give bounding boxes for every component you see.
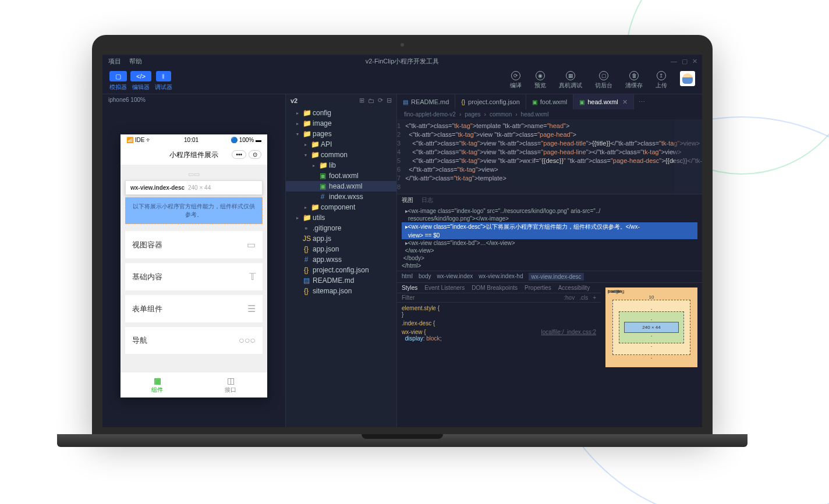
background-button[interactable]: ▢切后台 xyxy=(595,71,612,90)
folder-node[interactable]: ▸📁component xyxy=(286,202,396,212)
folder-node[interactable]: ▾📁pages xyxy=(286,129,396,139)
hov-toggle[interactable]: :hov xyxy=(564,294,575,301)
toolbar: ▢ 模拟器 </> 编辑器 ⫴ 调试器 ⟳编译 ◉预览 ▦真机调试 ▢切后台 🗑… xyxy=(102,68,702,94)
file-node[interactable]: {}sitemap.json xyxy=(286,286,396,296)
dom-node[interactable]: </body> xyxy=(402,254,697,262)
folder-node[interactable]: ▸📁API xyxy=(286,139,396,150)
css-rule[interactable]: element.style {} xyxy=(402,305,596,318)
menu-help[interactable]: 帮助 xyxy=(129,57,142,66)
avatar[interactable] xyxy=(680,71,695,86)
new-folder-icon[interactable]: 🗀 xyxy=(368,97,374,104)
menubar: 项目 帮助 v2-FinClip小程序开发工具 — ▢ ✕ xyxy=(102,55,702,68)
tab-api[interactable]: ◫接口 xyxy=(194,372,267,397)
compile-button[interactable]: ⟳编译 xyxy=(510,71,522,90)
dom-crumb[interactable]: html xyxy=(402,273,413,281)
tab-log[interactable]: 日志 xyxy=(421,196,433,204)
dom-node[interactable]: view> == $0 xyxy=(402,232,697,239)
upload-button[interactable]: ↥上传 xyxy=(656,71,667,90)
device-body[interactable]: ▭▭ wx-view.index-desc240 × 44 以下将展示小程序官方… xyxy=(121,165,267,372)
tab-view[interactable]: 视图 xyxy=(402,196,413,204)
list-item[interactable]: 基础内容𝕋 xyxy=(125,263,263,290)
dom-crumb[interactable]: wx-view.index-hd xyxy=(479,273,523,281)
dom-node[interactable]: </wx-view> xyxy=(402,247,697,254)
css-rules[interactable]: element.style {}.index-desc {</span></di… xyxy=(397,303,601,346)
folder-node[interactable]: ▸📁config xyxy=(286,108,396,118)
dom-node[interactable]: ▸<wx-view class="index-desc">以下将展示小程序官方组… xyxy=(402,222,697,232)
code-editor[interactable]: 12345678 <"tk-attr">class="tk-tag">templ… xyxy=(397,119,702,194)
editor-tab[interactable]: ▣foot.wxml xyxy=(526,94,573,109)
camera-dot xyxy=(401,43,404,47)
list-item[interactable]: 导航○○○ xyxy=(125,327,263,354)
filter-input[interactable] xyxy=(402,294,564,301)
breadcrumb-segment[interactable]: fino-applet-demo-v2 xyxy=(404,111,456,118)
breadcrumb-segment[interactable]: common xyxy=(490,111,512,118)
device-statusbar: 📶 IDE ᯤ 10:01 🔵 100% ▬ xyxy=(121,134,267,145)
new-file-icon[interactable]: ⊞ xyxy=(359,97,364,104)
minimize-icon[interactable]: — xyxy=(671,58,677,65)
editor-tab[interactable]: {}project.config.json xyxy=(455,94,526,109)
logo-placeholder: ▭▭ xyxy=(125,171,263,178)
explorer-header: v2 ⊞ 🗀 ⟳ ⊟ xyxy=(286,94,396,107)
dom-node[interactable]: ▸<wx-image class="index-logo" src="../re… xyxy=(402,207,697,215)
list-item[interactable]: 视图容器▭ xyxy=(125,231,263,258)
refresh-icon[interactable]: ⟳ xyxy=(378,97,383,104)
remote-debug-button[interactable]: ▦真机调试 xyxy=(559,71,582,90)
dom-node[interactable]: ▸<wx-view class="index-bd">…</wx-view> xyxy=(402,239,697,247)
file-node[interactable]: {}app.json xyxy=(286,244,396,254)
collapse-icon[interactable]: ⊟ xyxy=(387,97,392,104)
styles-tab[interactable]: Accessibility xyxy=(558,285,590,291)
styles-tab[interactable]: Properties xyxy=(525,285,551,291)
preview-button[interactable]: ◉预览 xyxy=(534,71,546,90)
folder-node[interactable]: ▸📁utils xyxy=(286,212,396,223)
more-tabs-icon[interactable]: ⋯ xyxy=(634,98,650,106)
styles-filter: :hov .cls + xyxy=(397,293,601,303)
styles-tab[interactable]: Styles xyxy=(402,285,417,291)
folder-node[interactable]: ▸📁lib xyxy=(286,160,396,171)
dom-node[interactable]: resources/kind/logo.png"></wx-image> xyxy=(402,215,697,222)
breadcrumb-segment[interactable]: pages xyxy=(465,111,480,118)
capsule-menu-icon[interactable]: ••• xyxy=(232,150,246,159)
folder-node[interactable]: ▾📁common xyxy=(286,150,396,160)
add-rule-icon[interactable]: + xyxy=(593,294,596,301)
simulator-toggle[interactable]: ▢ xyxy=(109,71,127,81)
dom-crumb[interactable]: wx-view.index xyxy=(437,273,473,281)
dom-breadcrumb: htmlbodywx-view.indexwx-view.index-hdwx-… xyxy=(397,271,702,282)
file-node[interactable]: #index.wxss xyxy=(286,191,396,202)
editor-tab[interactable]: ▣head.wxml✕ xyxy=(573,94,634,109)
signal-icon: 📶 IDE ᯤ xyxy=(126,137,152,143)
tab-component[interactable]: ▦组件 xyxy=(121,372,194,397)
maximize-icon[interactable]: ▢ xyxy=(682,58,688,65)
styles-tab[interactable]: DOM Breakpoints xyxy=(472,285,518,291)
file-node[interactable]: #app.wxss xyxy=(286,254,396,265)
close-tab-icon[interactable]: ✕ xyxy=(622,98,628,106)
css-rule[interactable]: .index-desc {</span></div><div>&nbsp;&nb… xyxy=(402,320,596,326)
file-node[interactable]: JSapp.js xyxy=(286,233,396,244)
css-rule[interactable]: wx-view {localfile:/_index.css:2 display… xyxy=(402,329,596,342)
menu-project[interactable]: 项目 xyxy=(108,57,121,66)
close-icon[interactable]: ✕ xyxy=(692,58,697,65)
file-node[interactable]: ▤README.md xyxy=(286,275,396,286)
file-node[interactable]: {}project.config.json xyxy=(286,265,396,275)
inspected-element[interactable]: 以下将展示小程序官方组件能力，组件样式仅供参考。 xyxy=(125,197,263,224)
cls-toggle[interactable]: .cls xyxy=(579,294,588,301)
file-node[interactable]: ▣foot.wxml xyxy=(286,171,396,181)
editor-toggle[interactable]: </> xyxy=(130,71,151,81)
clear-cache-button[interactable]: 🗑清缓存 xyxy=(625,71,643,90)
dom-crumb[interactable]: body xyxy=(419,273,431,281)
file-node[interactable]: ▣head.wxml xyxy=(286,181,396,191)
folder-node[interactable]: ▸📁image xyxy=(286,118,396,129)
devtools-top-tabs: 视图 日志 xyxy=(397,194,702,206)
editor-tab[interactable]: ▤README.md xyxy=(397,94,455,109)
styles-tab[interactable]: Event Listeners xyxy=(424,285,465,291)
minimap[interactable] xyxy=(674,119,702,194)
dom-node[interactable]: </html> xyxy=(402,262,697,269)
device-header: 小程序组件展示 ••• ⊙ xyxy=(121,145,267,165)
styles-tabs: StylesEvent ListenersDOM BreakpointsProp… xyxy=(397,283,601,293)
dom-tree[interactable]: ▸<wx-image class="index-logo" src="../re… xyxy=(397,206,702,271)
debugger-toggle[interactable]: ⫴ xyxy=(156,71,171,81)
file-node[interactable]: ▫.gitignore xyxy=(286,223,396,233)
breadcrumb-segment[interactable]: head.wxml xyxy=(521,111,549,118)
dom-crumb[interactable]: wx-view.index-desc xyxy=(529,273,583,281)
list-item[interactable]: 表单组件☰ xyxy=(125,295,263,322)
capsule-close-icon[interactable]: ⊙ xyxy=(249,150,261,159)
